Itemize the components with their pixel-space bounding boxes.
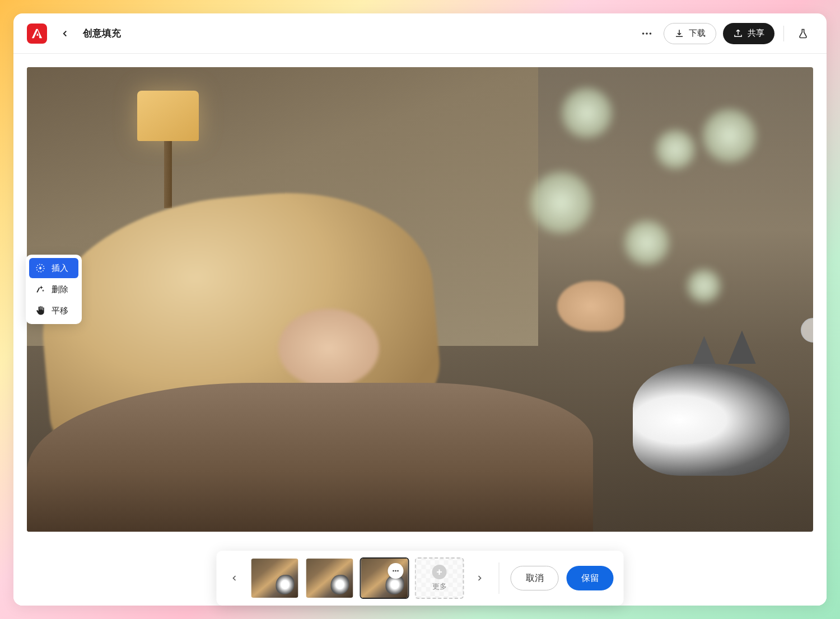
dots-horizontal-icon: [391, 566, 400, 575]
more-label: 更多: [432, 582, 447, 592]
dots-horizontal-icon: [641, 27, 653, 40]
hand-icon: [35, 305, 46, 316]
header-divider: [783, 26, 784, 41]
svg-point-6: [397, 570, 399, 572]
tool-pan[interactable]: 平移: [29, 301, 78, 321]
photo-content: [27, 67, 813, 532]
tool-delete-label: 删除: [52, 284, 68, 295]
share-label: 共享: [748, 28, 764, 39]
more-options-button[interactable]: [637, 24, 657, 44]
header-right: 下载 共享: [637, 23, 813, 44]
generate-more-button[interactable]: + 更多: [415, 557, 464, 599]
app-window: 创意填充 下载 共享: [13, 13, 827, 606]
chevron-right-icon: [475, 574, 484, 583]
svg-point-1: [646, 32, 648, 35]
share-button[interactable]: 共享: [723, 23, 774, 44]
variation-thumbnail-3[interactable]: [360, 557, 409, 599]
tool-panel: 插入 删除 平移: [26, 255, 82, 324]
share-icon: [733, 29, 743, 39]
tool-delete[interactable]: 删除: [29, 279, 78, 299]
variation-thumbnail-2[interactable]: [305, 557, 354, 599]
download-label: 下载: [689, 28, 706, 39]
tool-insert-label: 插入: [52, 263, 68, 274]
thumbnail-strip: + 更多: [250, 557, 464, 599]
image-canvas[interactable]: [27, 67, 813, 532]
labs-button[interactable]: [793, 24, 813, 44]
variation-thumbnail-1[interactable]: [250, 557, 300, 599]
chevron-left-icon: [230, 574, 239, 583]
keep-label: 保留: [581, 573, 599, 584]
cancel-button[interactable]: 取消: [511, 566, 559, 590]
svg-point-4: [393, 570, 394, 572]
svg-point-5: [395, 570, 396, 572]
header-left: 创意填充: [27, 24, 121, 44]
tool-pan-label: 平移: [52, 306, 68, 316]
magic-eraser-icon: [35, 284, 46, 295]
header: 创意填充 下载 共享: [13, 13, 827, 54]
back-button[interactable]: [56, 25, 74, 43]
prev-variation-button[interactable]: [227, 561, 242, 595]
canvas-area: [13, 54, 827, 606]
adobe-logo-icon: [31, 27, 43, 40]
page-title: 创意填充: [83, 27, 121, 40]
plus-icon: +: [432, 565, 447, 579]
tool-insert[interactable]: 插入: [29, 258, 78, 278]
insert-icon: [35, 262, 46, 274]
keep-button[interactable]: 保留: [567, 566, 614, 590]
svg-point-2: [650, 32, 652, 35]
next-variation-button[interactable]: [472, 561, 488, 595]
bottom-divider: [499, 562, 500, 594]
variation-bar: + 更多 取消 保留: [217, 551, 624, 606]
download-icon: [674, 29, 684, 39]
thumbnail-more-icon[interactable]: [388, 563, 404, 579]
adobe-logo[interactable]: [27, 24, 47, 44]
chevron-left-icon: [60, 29, 70, 39]
svg-point-0: [642, 32, 645, 35]
beaker-icon: [797, 28, 809, 39]
download-button[interactable]: 下载: [664, 23, 716, 44]
cancel-label: 取消: [526, 573, 544, 584]
